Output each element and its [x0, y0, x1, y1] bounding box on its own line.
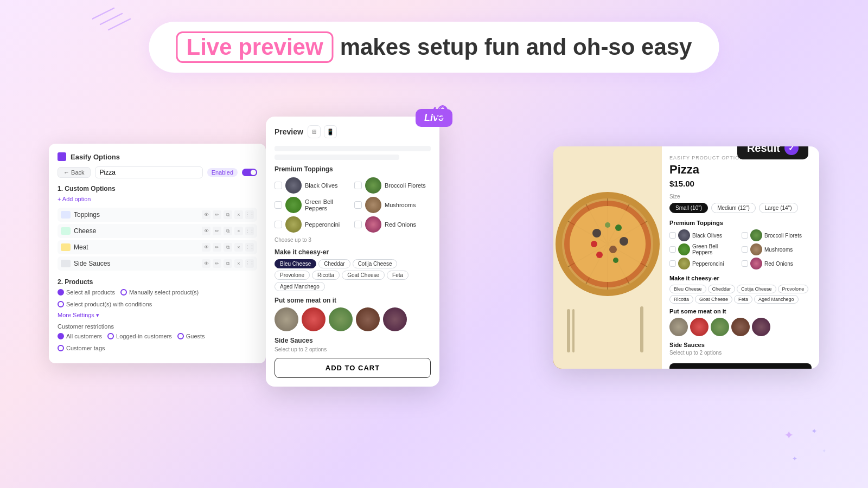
- chip-manchego[interactable]: Aged Manchego: [275, 282, 325, 291]
- customer-guests[interactable]: Guests: [177, 333, 205, 339]
- preview-bar-1: [275, 146, 431, 151]
- result-chip-provolone[interactable]: Provolone: [778, 285, 809, 293]
- sauces-eye[interactable]: 👁: [202, 259, 210, 268]
- result-check-4[interactable]: [742, 246, 748, 253]
- result-topping-pepperoncini[interactable]: Pepperoncini: [669, 258, 739, 269]
- result-meat-4[interactable]: [731, 318, 750, 336]
- cheese-drag[interactable]: ⋮⋮: [245, 227, 254, 235]
- toppings-drag[interactable]: ⋮⋮: [245, 210, 254, 219]
- customer-logged[interactable]: Logged-in customers: [107, 333, 172, 339]
- result-topping-black-olives[interactable]: Black Olives: [669, 229, 739, 241]
- cheese-eye[interactable]: 👁: [202, 227, 210, 235]
- result-chip-manchego[interactable]: Aged Manchego: [754, 295, 799, 304]
- sauces-delete[interactable]: ×: [234, 259, 243, 268]
- topping-checkbox-4[interactable]: [354, 201, 362, 209]
- topping-checkbox-6[interactable]: [354, 221, 362, 228]
- cheese-copy[interactable]: ⧉: [224, 227, 232, 235]
- topping-red-onions[interactable]: Red Onions: [354, 216, 431, 233]
- sauces-drag[interactable]: ⋮⋮: [245, 259, 254, 268]
- topping-label-broccoli: Broccoli Florets: [385, 182, 426, 189]
- topping-checkbox-5[interactable]: [275, 221, 282, 228]
- meat-2[interactable]: [302, 307, 326, 331]
- size-large[interactable]: Large (14"): [759, 203, 798, 213]
- result-check-5[interactable]: [669, 260, 676, 267]
- result-meat-2[interactable]: [690, 318, 709, 336]
- result-check-6[interactable]: [742, 260, 748, 267]
- preview-add-to-cart-button[interactable]: ADD TO CART: [275, 358, 431, 378]
- result-meat-1[interactable]: [669, 318, 688, 336]
- preview-desktop-icon[interactable]: 🖥: [308, 125, 321, 138]
- radio-all[interactable]: Select all products: [58, 289, 115, 296]
- toppings-copy[interactable]: ⧉: [224, 210, 232, 219]
- sauces-copy[interactable]: ⧉: [224, 259, 232, 268]
- topping-mushrooms[interactable]: Mushrooms: [354, 197, 431, 213]
- result-check-2[interactable]: [742, 232, 748, 239]
- result-topping-name-2: Broccoli Florets: [764, 233, 802, 239]
- result-chip-cheddar[interactable]: Cheddar: [708, 285, 736, 293]
- meat-4[interactable]: [356, 307, 380, 331]
- result-add-cart-button[interactable]: Add to cart: [669, 363, 812, 369]
- meat-5[interactable]: [383, 307, 407, 331]
- meat-3[interactable]: [329, 307, 353, 331]
- preview-mobile-icon[interactable]: 📱: [324, 125, 337, 138]
- meat-drag[interactable]: ⋮⋮: [245, 243, 254, 252]
- customer-tags[interactable]: Customer tags: [58, 345, 105, 351]
- header-rest: makes setup fun and oh-so easy: [340, 34, 692, 60]
- size-medium[interactable]: Medium (12"): [711, 203, 756, 213]
- topping-bell-peppers[interactable]: Green Bell Peppers: [275, 197, 351, 213]
- cheese-edit[interactable]: ✏: [213, 227, 221, 235]
- enabled-badge: Enabled: [207, 168, 238, 177]
- result-chip-cotija[interactable]: Cotija Cheese: [737, 285, 776, 293]
- back-button[interactable]: ← Back: [58, 167, 91, 178]
- result-topping-mushrooms[interactable]: Mushrooms: [742, 243, 812, 255]
- chip-cheddar[interactable]: Cheddar: [318, 259, 350, 268]
- result-chip-feta[interactable]: Feta: [734, 295, 752, 304]
- chip-feta[interactable]: Feta: [387, 271, 409, 280]
- meat-delete[interactable]: ×: [234, 243, 243, 252]
- size-small[interactable]: Small (10"): [669, 203, 708, 213]
- svg-text:✦: ✦: [811, 427, 818, 435]
- result-chip-bleu[interactable]: Bleu Cheese: [669, 285, 706, 293]
- enabled-toggle[interactable]: [242, 169, 257, 176]
- chip-goat[interactable]: Goat Cheese: [342, 271, 385, 280]
- toppings-edit[interactable]: ✏: [213, 210, 221, 219]
- meat-eye[interactable]: 👁: [202, 243, 210, 252]
- more-settings-link[interactable]: More Settings ▾: [58, 312, 257, 319]
- result-check-1[interactable]: [669, 232, 676, 239]
- result-topping-broccoli[interactable]: Broccoli Florets: [742, 229, 812, 241]
- chip-cotija[interactable]: Cotija Cheese: [353, 259, 398, 268]
- result-topping-red-onions[interactable]: Red Onions: [742, 258, 812, 269]
- result-meat-3[interactable]: [711, 318, 729, 336]
- sauces-edit[interactable]: ✏: [213, 259, 221, 268]
- toppings-delete[interactable]: ×: [234, 210, 243, 219]
- chip-bleu-cheese[interactable]: Bleu Cheese: [275, 259, 316, 268]
- chip-ricotta[interactable]: Ricotta: [312, 271, 340, 280]
- topping-broccoli[interactable]: Broccoli Florets: [354, 177, 431, 194]
- toppings-eye[interactable]: 👁: [202, 210, 210, 219]
- result-meat-5[interactable]: [752, 318, 770, 336]
- result-product-name: Pizza: [669, 163, 812, 177]
- topping-pepperoncini[interactable]: Pepperoncini: [275, 216, 351, 233]
- result-topping-green-peppers[interactable]: Green Bell Peppers: [669, 243, 739, 255]
- pizza-input[interactable]: [95, 166, 203, 178]
- result-price: $15.00: [669, 179, 812, 188]
- topping-black-olives[interactable]: Black Olives: [275, 177, 351, 194]
- topping-checkbox-1[interactable]: [275, 182, 282, 189]
- result-check-icon: ✓: [784, 146, 799, 155]
- result-check-3[interactable]: [669, 246, 676, 253]
- result-badge-text: Result: [747, 146, 780, 155]
- chip-provolone[interactable]: Provolone: [275, 271, 310, 280]
- meat-copy[interactable]: ⧉: [224, 243, 232, 252]
- result-chip-ricotta[interactable]: Ricotta: [669, 295, 693, 304]
- pizza-bg: [553, 146, 662, 369]
- radio-conditions[interactable]: Select product(s) with conditions: [58, 301, 152, 307]
- meat-edit[interactable]: ✏: [213, 243, 221, 252]
- result-chip-goat[interactable]: Goat Cheese: [695, 295, 732, 304]
- add-option-link[interactable]: + Add option: [58, 196, 257, 202]
- meat-1[interactable]: [275, 307, 298, 331]
- customer-all[interactable]: All customers: [58, 333, 102, 339]
- topping-checkbox-3[interactable]: [275, 201, 282, 209]
- radio-manual[interactable]: Manually select product(s): [120, 289, 199, 296]
- topping-checkbox-2[interactable]: [354, 182, 362, 189]
- cheese-delete[interactable]: ×: [234, 227, 243, 235]
